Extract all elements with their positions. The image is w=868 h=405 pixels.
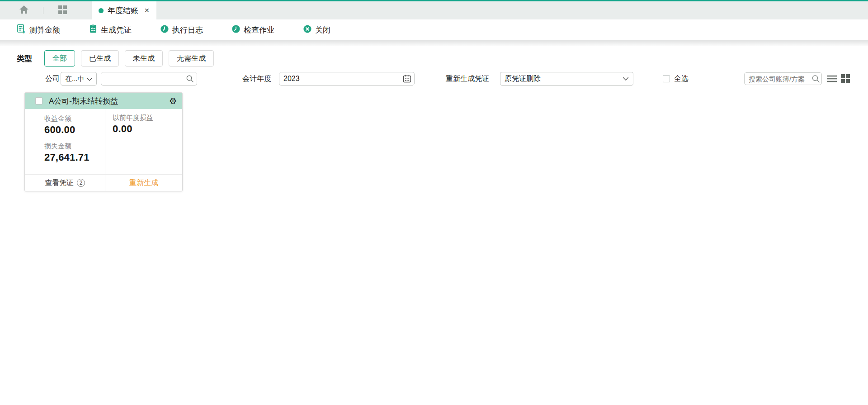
fiscal-year-input[interactable] <box>279 72 415 86</box>
select-all-label: 全选 <box>674 74 689 84</box>
card-column-left: 收益金额 600.00 损失金额 27,641.71 <box>25 109 105 174</box>
regen-voucher-label: 重新生成凭证 <box>446 74 489 84</box>
home-icon <box>19 5 28 15</box>
type-option-all[interactable]: 全部 <box>44 50 75 67</box>
close-button[interactable]: 关闭 <box>303 24 330 36</box>
card-column-right: 以前年度损益 0.00 <box>105 109 182 174</box>
view-voucher-label: 查看凭证 <box>45 178 74 188</box>
company-keyword-wrap <box>101 72 197 86</box>
card-footer: 查看凭证 2 重新生成 <box>25 174 182 191</box>
type-label: 类型 <box>17 53 32 64</box>
calendar-icon[interactable] <box>403 75 411 83</box>
filter-row: 公司 在...中 会计年度 <box>0 71 868 86</box>
toolbar: ¥ 测算金额 生成凭证 <box>0 19 868 40</box>
metric-label: 以前年度损益 <box>113 114 182 122</box>
voucher-count-badge: 2 <box>77 179 85 187</box>
metric-value: 600.00 <box>44 124 105 136</box>
check-job-label: 检查作业 <box>244 25 274 35</box>
company-label: 公司 <box>45 74 60 84</box>
clock-icon <box>231 24 241 36</box>
toolbar-shadow-divider <box>0 40 868 46</box>
app-menu-button[interactable] <box>51 1 74 19</box>
metric-value: 0.00 <box>113 123 182 135</box>
regenerate-label: 重新生成 <box>129 178 158 188</box>
grid-view-icon[interactable] <box>841 74 850 83</box>
type-option-generated[interactable]: 已生成 <box>81 50 119 67</box>
type-option-no-need[interactable]: 无需生成 <box>169 50 214 67</box>
tabbar-separator <box>43 7 43 14</box>
metric-label: 损失金额 <box>44 142 105 151</box>
chevron-down-icon <box>87 75 92 83</box>
card-body: 收益金额 600.00 损失金额 27,641.71 以前年度损益 0.00 <box>25 109 182 174</box>
close-circle-icon <box>303 24 312 36</box>
tab-close-icon[interactable]: ✕ <box>144 7 150 14</box>
regen-voucher-value: 原凭证删除 <box>505 74 541 84</box>
generate-voucher-button[interactable]: 生成凭证 <box>89 24 132 36</box>
generate-voucher-label: 生成凭证 <box>101 25 132 35</box>
calc-amount-label: 测算金额 <box>29 25 60 35</box>
close-label: 关闭 <box>315 25 330 35</box>
search-icon <box>811 75 820 83</box>
regenerate-button[interactable]: 重新生成 <box>105 175 182 191</box>
calculator-icon: ¥ <box>17 24 26 36</box>
home-button[interactable] <box>13 1 35 19</box>
search-icon <box>186 75 194 83</box>
select-all-checkbox[interactable] <box>663 75 670 82</box>
card-title: A公司-期末结转损益 <box>49 96 163 106</box>
tab-bar: 年度结账 ✕ <box>0 1 868 19</box>
closing-card: A公司-期末结转损益 ⚙ 收益金额 600.00 损失金额 27,641.71 … <box>24 92 183 191</box>
type-filter-row: 类型 全部 已生成 未生成 无需生成 <box>0 50 868 67</box>
global-search-wrap <box>744 72 822 85</box>
fiscal-year-wrap <box>279 72 415 86</box>
check-job-button[interactable]: 检查作业 <box>231 24 274 36</box>
company-operator-value: 在...中 <box>65 75 85 83</box>
voucher-icon <box>89 24 98 36</box>
gear-icon[interactable]: ⚙ <box>169 97 177 105</box>
tab-label: 年度结账 <box>108 5 138 16</box>
calc-amount-button[interactable]: ¥ 测算金额 <box>17 24 60 36</box>
type-option-not-generated[interactable]: 未生成 <box>125 50 163 67</box>
card-checkbox[interactable] <box>35 97 42 105</box>
app-grid-icon <box>58 5 67 16</box>
annual-closing-screen: 年度结账 ✕ ¥ 测算金额 <box>0 0 868 405</box>
clock-icon <box>160 24 169 36</box>
company-keyword-input[interactable] <box>101 72 197 86</box>
svg-text:¥: ¥ <box>23 29 25 34</box>
metric-label: 收益金额 <box>44 114 105 123</box>
execution-log-label: 执行日志 <box>172 25 203 35</box>
metric-value: 27,641.71 <box>44 152 105 163</box>
regen-voucher-select[interactable]: 原凭证删除 <box>500 72 633 86</box>
view-voucher-button[interactable]: 查看凭证 2 <box>25 175 105 191</box>
tab-annual-closing[interactable]: 年度结账 ✕ <box>92 1 156 19</box>
list-view-icon[interactable] <box>827 75 837 82</box>
company-operator-select[interactable]: 在...中 <box>61 72 97 86</box>
execution-log-button[interactable]: 执行日志 <box>160 24 203 36</box>
fiscal-year-label: 会计年度 <box>242 74 271 84</box>
global-search-input[interactable] <box>744 72 822 85</box>
chevron-down-icon <box>623 75 629 83</box>
card-header: A公司-期末结转损益 ⚙ <box>25 93 182 109</box>
tab-status-dot <box>99 8 104 13</box>
